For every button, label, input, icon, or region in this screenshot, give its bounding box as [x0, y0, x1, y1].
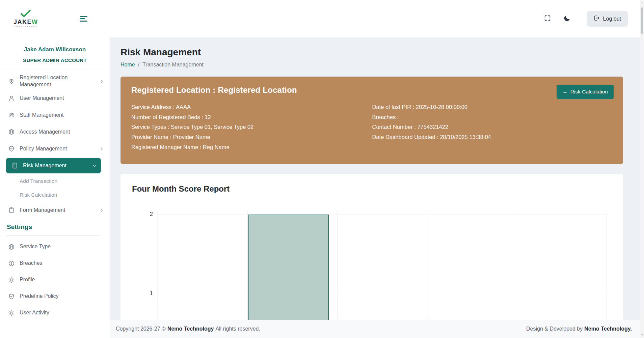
- sidebar-item-label: Risk Management: [23, 162, 87, 169]
- user-role: SUPER ADMIN ACCOUNT: [4, 57, 106, 63]
- sidebar-item-user-management[interactable]: User Management: [0, 90, 110, 107]
- y-axis-tick-label: 1: [137, 290, 153, 297]
- shield-icon: [8, 145, 15, 152]
- gear-icon: [8, 310, 15, 316]
- divider: [0, 70, 110, 70]
- detail-line: Breaches :: [372, 114, 613, 121]
- score-report-title: Four Month Score Report: [132, 184, 612, 194]
- moon-icon: [563, 15, 571, 23]
- fullscreen-icon: [544, 15, 551, 23]
- sidebar-item-label: Breaches: [20, 260, 104, 267]
- sidebar-item-service-type[interactable]: Service Type: [0, 238, 110, 255]
- detail-line: Contact Number : 7754321422: [372, 123, 613, 131]
- sidebar-item-label: Policy Management: [20, 145, 95, 152]
- scroll-down-icon[interactable]: ▼: [641, 334, 643, 337]
- settings-section-heading: Settings: [0, 219, 110, 231]
- scroll-up-icon[interactable]: ▲: [641, 1, 643, 4]
- sidebar-item-label: Registered Location Management: [20, 74, 95, 88]
- globe-icon: [8, 129, 15, 135]
- user-name: Jake Adam Willcoxson: [4, 46, 106, 53]
- sidebar-item-breaches[interactable]: Breaches: [0, 255, 110, 272]
- top-actions: Log out: [540, 11, 628, 27]
- sidebar-item-label: Service Type: [20, 243, 104, 250]
- detail-line: Service Types : Service Type 01, Service…: [131, 123, 372, 131]
- sidebar-toggle-button[interactable]: [78, 14, 89, 24]
- sidebar-item-registered-location-management[interactable]: Registered Location Management: [0, 73, 110, 90]
- sidebar-item-label: User Activity: [20, 309, 104, 316]
- sidebar-item-profile[interactable]: Profile: [0, 272, 110, 288]
- sidebar-item-label: Predefine Policy: [20, 293, 104, 300]
- vertical-scrollbar[interactable]: ▲ ▼: [640, 0, 644, 338]
- detail-line: Provider Name : Provider Name: [131, 134, 372, 141]
- breadcrumb-home-link[interactable]: Home: [120, 62, 135, 68]
- sidebar-nav: Registered Location Management User Mana…: [0, 73, 110, 321]
- sidebar-item-predefine-policy[interactable]: Predefine Policy: [0, 288, 110, 305]
- top-bar: JAKEW CONSULTANCY: [0, 0, 640, 37]
- globe-icon: [8, 244, 15, 250]
- detail-line: Date of last PIR : 2025-10-28 00:00:00: [372, 104, 613, 111]
- brand-name: JAKEW: [14, 19, 38, 26]
- user-icon: [8, 95, 15, 102]
- detail-line: Number of Registered Beds : 12: [131, 114, 372, 121]
- logout-icon: [593, 15, 600, 23]
- sidebar-item-staff-management[interactable]: Staff Management: [0, 107, 110, 123]
- breadcrumb-current: Transaction Management: [142, 62, 204, 68]
- logout-button[interactable]: Log out: [587, 11, 628, 27]
- horizontal-gridline: [158, 294, 607, 294]
- location-details: Service Address : AAAA Number of Registe…: [131, 104, 613, 150]
- detail-line: Registered Manager Name : Reg Name: [131, 144, 372, 151]
- sidebar-subitem-label: Risk Calculation: [20, 192, 57, 198]
- horizontal-gridline: [158, 215, 607, 215]
- sidebar: Jake Adam Willcoxson SUPER ADMIN ACCOUNT…: [0, 37, 110, 338]
- vertical-gridline: [247, 211, 248, 338]
- scrollbar-thumb[interactable]: [641, 7, 643, 34]
- clipboard-icon: [8, 207, 15, 214]
- footer-brand-link[interactable]: Nemo Technology: [167, 326, 214, 332]
- back-arrow-icon: ←: [562, 89, 568, 95]
- brand-tagline: CONSULTANCY: [14, 26, 37, 28]
- vertical-gridline: [427, 211, 427, 338]
- footer-rights-text: All rights reserved.: [215, 326, 260, 332]
- fullscreen-button[interactable]: [540, 11, 555, 26]
- chevron-down-icon: [92, 163, 97, 168]
- chevron-right-icon: [99, 146, 104, 151]
- sidebar-item-label: Profile: [20, 276, 104, 283]
- sidebar-item-label: Form Management: [20, 207, 95, 214]
- sidebar-item-label: User Management: [20, 95, 104, 102]
- sidebar-item-user-activity[interactable]: User Activity: [0, 305, 110, 321]
- dark-mode-button[interactable]: [560, 11, 574, 26]
- risk-calculation-button-label: Risk Calculation: [570, 89, 608, 95]
- footer-credit-text: Design & Developed by: [526, 326, 583, 332]
- sidebar-item-access-management[interactable]: Access Management: [0, 123, 110, 140]
- gear-icon: [8, 277, 15, 283]
- risk-calculation-button[interactable]: ← Risk Calculation: [557, 85, 614, 99]
- location-details-right: Date of last PIR : 2025-10-28 00:00:00 B…: [372, 104, 613, 150]
- location-icon: [8, 78, 15, 85]
- sidebar-subitem-add-transaction[interactable]: Add Transaction: [0, 174, 110, 188]
- footer-credit: Design & Developed by Nemo Technology.: [526, 326, 632, 332]
- users-icon: [8, 112, 15, 118]
- app-root: JAKEW CONSULTANCY: [0, 0, 644, 338]
- footer: Copyright 2026-27 © Nemo Technology All …: [110, 320, 640, 338]
- y-axis-line: [158, 211, 158, 338]
- footer-credit-brand-link[interactable]: Nemo Technology.: [584, 326, 632, 332]
- sidebar-item-form-management[interactable]: Form Management: [0, 202, 110, 219]
- sidebar-item-policy-management[interactable]: Policy Management: [0, 140, 110, 157]
- vertical-gridline: [517, 211, 517, 338]
- sidebar-subitem-risk-calculation[interactable]: Risk Calculation: [0, 188, 110, 202]
- footer-copyright-text: Copyright 2026-27 ©: [116, 326, 166, 332]
- check-logo-icon: [19, 10, 32, 19]
- detail-line: Date Dashboard Updated : 28/10/2025 13:3…: [372, 134, 613, 141]
- brand-logo[interactable]: JAKEW CONSULTANCY: [14, 10, 38, 28]
- y-axis-tick-label: 2: [137, 211, 153, 218]
- chevron-right-icon: [99, 208, 104, 213]
- registered-location-card: Registered Location : Registered Locatio…: [120, 77, 623, 164]
- alert-icon: [8, 260, 15, 267]
- chevron-right-icon: [99, 79, 104, 84]
- book-icon: [11, 162, 18, 169]
- four-month-score-chart: 12: [132, 206, 612, 338]
- main-content: Risk Management Home / Transaction Manag…: [110, 37, 640, 338]
- location-card-title: Registered Location : Registered Locatio…: [131, 85, 613, 95]
- footer-copyright: Copyright 2026-27 © Nemo Technology All …: [116, 326, 260, 332]
- sidebar-item-risk-management[interactable]: Risk Management: [6, 158, 101, 173]
